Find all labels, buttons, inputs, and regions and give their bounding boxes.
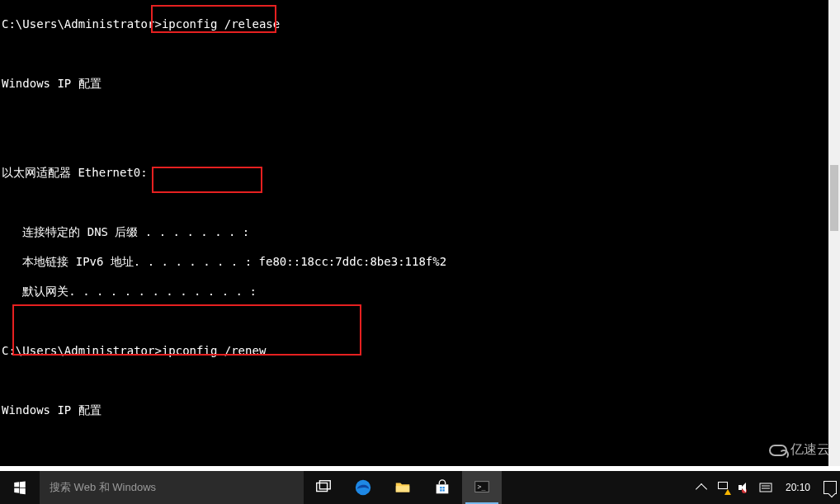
dns-suffix-row: 连接特定的 DNS 后缀 . . . . . . . : bbox=[2, 225, 249, 238]
clock-time: 20:10 bbox=[786, 482, 810, 493]
svg-rect-0 bbox=[317, 483, 328, 492]
start-button[interactable] bbox=[0, 471, 40, 504]
store-button[interactable] bbox=[422, 471, 462, 504]
volume-tray-icon[interactable] bbox=[738, 481, 751, 494]
network-tray-icon[interactable] bbox=[716, 481, 729, 494]
cmd-icon: >_ bbox=[473, 478, 491, 497]
folder-icon bbox=[394, 478, 412, 497]
svg-rect-8 bbox=[442, 489, 444, 491]
command-prompt-window[interactable]: C:\Users\Administrator>ipconfig /release… bbox=[0, 0, 828, 466]
prompt: C:\Users\Administrator> bbox=[2, 344, 162, 357]
watermark: 亿速云 bbox=[769, 441, 830, 459]
svg-rect-5 bbox=[440, 487, 441, 488]
task-view-icon bbox=[314, 478, 333, 497]
task-view-button[interactable] bbox=[304, 471, 343, 504]
terminal-scrollbar[interactable] bbox=[828, 0, 840, 466]
notification-icon bbox=[823, 481, 837, 494]
search-placeholder: 搜索 Web 和 Windows bbox=[50, 480, 156, 495]
edge-browser-button[interactable] bbox=[343, 471, 383, 504]
prompt: C:\Users\Administrator> bbox=[2, 17, 162, 31]
svg-rect-11 bbox=[760, 483, 772, 492]
link-ipv6-row: 本地链接 IPv6 地址. . . . . . . . : fe80::18cc… bbox=[2, 255, 446, 268]
action-center-button[interactable] bbox=[823, 481, 837, 494]
store-icon bbox=[433, 478, 451, 497]
edge-icon bbox=[354, 478, 372, 497]
scrollbar-thumb[interactable] bbox=[830, 165, 838, 231]
svg-text:>_: >_ bbox=[478, 483, 486, 491]
svg-rect-3 bbox=[396, 486, 410, 492]
file-explorer-button[interactable] bbox=[383, 471, 422, 504]
watermark-text: 亿速云 bbox=[790, 441, 830, 459]
tray-overflow-button[interactable] bbox=[695, 481, 708, 494]
command-prompt-taskbar-button[interactable]: >_ bbox=[462, 471, 502, 504]
chevron-up-icon bbox=[696, 483, 707, 495]
network-warning-icon bbox=[716, 482, 729, 493]
ip-config-header: Windows IP 配置 bbox=[2, 77, 101, 90]
svg-rect-6 bbox=[442, 487, 444, 488]
system-tray: 20:10 bbox=[691, 471, 840, 504]
keyboard-icon bbox=[759, 481, 772, 494]
adapter-ethernet: 以太网适配器 Ethernet0: bbox=[2, 166, 148, 179]
svg-rect-4 bbox=[437, 484, 449, 493]
svg-rect-7 bbox=[440, 489, 441, 491]
ip-config-header: Windows IP 配置 bbox=[2, 403, 101, 417]
input-indicator[interactable] bbox=[759, 481, 772, 494]
volume-muted-icon bbox=[739, 482, 750, 493]
cmd-release: ipconfig /release bbox=[162, 17, 280, 31]
search-box[interactable]: 搜索 Web 和 Windows bbox=[40, 471, 304, 504]
taskbar: 搜索 Web 和 Windows >_ 20:10 bbox=[0, 471, 840, 504]
svg-rect-1 bbox=[319, 481, 330, 489]
default-gateway-row: 默认网关. . . . . . . . . . . . . : bbox=[2, 285, 257, 298]
taskbar-clock[interactable]: 20:10 bbox=[781, 482, 815, 493]
windows-logo-icon bbox=[12, 480, 27, 495]
cmd-renew: ipconfig /renew bbox=[162, 344, 266, 357]
watermark-cloud-icon bbox=[769, 445, 787, 456]
